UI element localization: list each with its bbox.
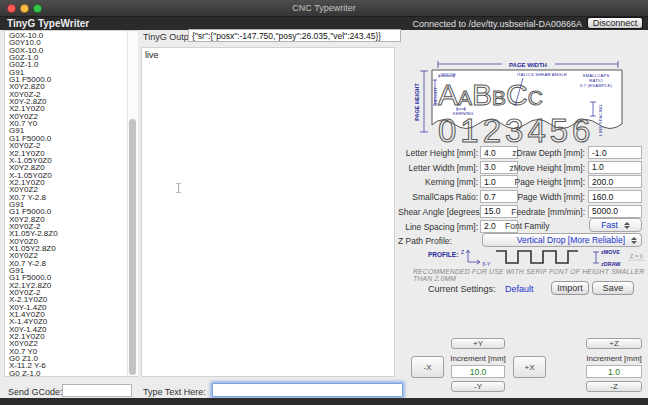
type-text-label: Type Text Here: bbox=[143, 387, 206, 397]
recommendation-text: RECOMMENDED FOR USE WITH SERIF FONT OF H… bbox=[413, 268, 645, 282]
form-right-3-label: Page Width [mm]: bbox=[505, 192, 585, 202]
send-gcode-label: Send GCode: bbox=[8, 387, 63, 397]
sample-letters: AaBbCc bbox=[438, 78, 543, 111]
form-right-4-field[interactable] bbox=[588, 205, 642, 218]
gcode-line[interactable]: X0.7 Y0 bbox=[9, 120, 137, 127]
xy-axis-label: X-Y bbox=[482, 261, 491, 267]
type-text-input[interactable] bbox=[212, 383, 403, 397]
form-right-2-label: Page Height [mm]: bbox=[505, 177, 585, 187]
font-family-dropdown[interactable]: Fast bbox=[589, 218, 642, 232]
gcode-scrollbar[interactable] bbox=[127, 31, 138, 376]
z-axis-label: Z bbox=[461, 249, 464, 255]
z-path-profile-label: Z Path Profile: bbox=[398, 236, 478, 246]
z-zero-label: Z = 0 bbox=[630, 253, 643, 259]
font-family-value: Fast bbox=[601, 220, 618, 230]
square-wave bbox=[496, 251, 578, 263]
stepper-icon bbox=[631, 237, 637, 244]
page-height-dimension bbox=[420, 71, 428, 132]
z-increment-field[interactable] bbox=[586, 365, 642, 378]
form-left-0-label: Letter Height [mm]: bbox=[398, 148, 478, 158]
form-right-4-label: Feedrate [mm/min]: bbox=[505, 207, 585, 217]
gcode-scrollbar-thumb[interactable] bbox=[129, 119, 136, 375]
italics-shear-label: ITALICS SHEAR ANGLE bbox=[517, 72, 567, 77]
form-right-0-label: zDraw Depth [mm]: bbox=[505, 148, 585, 158]
live-output-text: live bbox=[145, 50, 159, 60]
bottom-status-bar bbox=[0, 398, 648, 405]
form-left-2-label: Kerning [mm]: bbox=[398, 177, 478, 187]
stepper-icon bbox=[624, 222, 630, 229]
form-left-4-label: Shear Angle [degrees]: bbox=[398, 207, 478, 217]
app-window: CNC Typewriter TinyG TypeWriter Connecte… bbox=[0, 0, 648, 405]
jog-minus-x-button[interactable]: -X bbox=[411, 356, 444, 378]
zmove-zdraw-bracket bbox=[593, 252, 599, 263]
jog-plus-x-button[interactable]: +X bbox=[513, 356, 546, 378]
import-button[interactable]: Import bbox=[551, 281, 589, 295]
axis-icon bbox=[466, 250, 480, 264]
page-height-label: PAGE HEIGHT bbox=[414, 83, 420, 121]
live-output-area[interactable]: live bbox=[141, 47, 395, 377]
gcode-list[interactable]: G0X-10.0G0Y10.0G0X-10.0G0Z-1.0G0Z-1.0G91… bbox=[4, 30, 138, 377]
font-family-label: Font Family bbox=[505, 221, 585, 231]
form-right-2-field[interactable] bbox=[588, 175, 642, 188]
form-left-5-label: Line Spacing [mm]: bbox=[398, 222, 478, 232]
smallcaps-label-3: 0.7 (EXAMPLE) bbox=[580, 83, 613, 88]
z-path-profile-value: Vertical Drop [More Reliable] bbox=[517, 235, 625, 245]
current-settings-value: Default bbox=[505, 284, 534, 294]
window-title: CNC Typewriter bbox=[0, 3, 648, 13]
disconnect-button[interactable]: Disconnect bbox=[587, 17, 643, 29]
z-increment-label: Increment [mm] bbox=[579, 354, 648, 363]
zdraw-label: zDRAW bbox=[601, 261, 621, 267]
gcode-line[interactable]: X0.7 Y-2.8 bbox=[9, 260, 137, 267]
jog-minus-z-button[interactable]: -Z bbox=[586, 381, 642, 392]
save-button[interactable]: Save bbox=[592, 281, 634, 295]
current-settings-label: Current Settings: bbox=[428, 284, 496, 294]
gcode-line[interactable]: G0Z-1.0 bbox=[9, 61, 137, 68]
profile-label: PROFILE: bbox=[428, 251, 458, 258]
z-profile-drawing: PROFILE: Z X-Y zMOVE zDRAW Z = 0 bbox=[410, 246, 646, 270]
gcode-line[interactable]: G0 Z-1.0 bbox=[9, 370, 137, 377]
app-title: TinyG TypeWriter bbox=[7, 18, 89, 29]
xy-increment-label: Increment [mm] bbox=[443, 354, 513, 363]
connection-status: Connected to /dev/tty.usbserial-DA00866A bbox=[413, 19, 582, 29]
send-gcode-input[interactable] bbox=[62, 384, 132, 397]
jog-plus-y-button[interactable]: +Y bbox=[451, 338, 505, 349]
form-left-1-label: Letter Width [mm]: bbox=[398, 163, 478, 173]
line-spacing-label: LINE SPACING bbox=[598, 104, 603, 135]
form-right-1-label: zMove Height [mm]: bbox=[505, 163, 585, 173]
font-diagram-image: PAGE WIDTH PAGE HEIGHT WIDTH HEIGHT AaBb… bbox=[410, 60, 646, 144]
form-left-3-label: SmallCaps Ratio: bbox=[398, 192, 478, 202]
tinyg-output-field[interactable] bbox=[188, 29, 401, 42]
text-cursor-icon bbox=[178, 184, 179, 192]
zmove-label: zMOVE bbox=[601, 249, 620, 255]
jog-plus-z-button[interactable]: +Z bbox=[586, 338, 642, 349]
page-width-label: PAGE WIDTH bbox=[509, 62, 547, 68]
z-path-profile-dropdown[interactable]: Vertical Drop [More Reliable] bbox=[482, 233, 642, 247]
form-right-0-field[interactable] bbox=[588, 146, 642, 159]
form-right-3-field[interactable] bbox=[588, 190, 642, 203]
title-bar: CNC Typewriter bbox=[0, 0, 648, 17]
xy-increment-field[interactable] bbox=[451, 365, 505, 378]
sample-digits: 0123456 bbox=[438, 112, 594, 144]
gcode-line[interactable]: X0.7 Y-2.8 bbox=[9, 194, 137, 201]
form-right-1-field[interactable] bbox=[588, 161, 642, 174]
jog-minus-y-button[interactable]: -Y bbox=[451, 381, 505, 392]
